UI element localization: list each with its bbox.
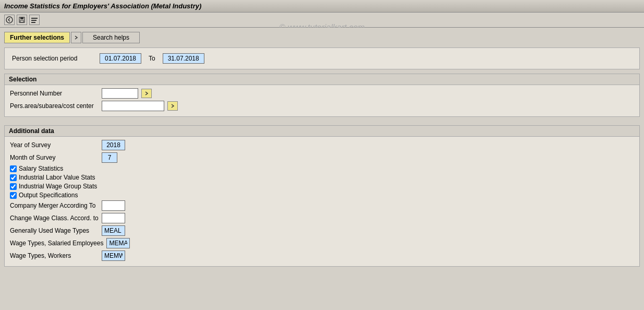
wage-workers-input[interactable]: [102, 251, 125, 261]
change-wage-input[interactable]: [102, 213, 125, 223]
salary-stats-checkbox[interactable]: [10, 165, 17, 172]
additional-data-content: Year of Survey Month of Survey Salary St…: [5, 137, 639, 266]
window-title: Income Statistics for Employers' Associa…: [4, 2, 201, 10]
additional-data-header: Additional data: [5, 126, 639, 137]
selection-section: Selection Personnel Number Pers.area/sub…: [4, 74, 640, 117]
industrial-labor-label: Industrial Labor Value Stats: [19, 174, 95, 181]
find-icon[interactable]: [29, 15, 40, 25]
generally-used-row: Generally Used Wage Types: [10, 225, 634, 236]
salary-stats-row: Salary Statistics: [10, 165, 634, 172]
selection-header: Selection: [5, 74, 639, 85]
pers-area-arrow-btn[interactable]: [167, 101, 178, 111]
company-merger-row: Company Merger According To: [10, 200, 634, 211]
industrial-wage-label: Industrial Wage Group Stats: [19, 183, 97, 190]
generally-used-label: Generally Used Wage Types: [10, 227, 99, 234]
svg-rect-6: [31, 22, 35, 23]
output-specs-row: Output Specifications: [10, 192, 634, 199]
month-of-survey-input[interactable]: [102, 152, 117, 163]
to-label: To: [149, 55, 155, 62]
industrial-labor-row: Industrial Labor Value Stats: [10, 174, 634, 181]
pers-area-row: Pers.area/subarea/cost center: [10, 101, 634, 111]
svg-rect-4: [31, 18, 38, 19]
search-helps-tab[interactable]: Search helps: [82, 32, 140, 43]
period-label: Person selection period: [12, 55, 95, 62]
wage-salaried-label: Wage Types, Salaried Employees: [10, 240, 103, 247]
title-bar: Income Statistics for Employers' Associa…: [0, 0, 644, 13]
personnel-number-input[interactable]: [102, 88, 138, 99]
generally-used-input[interactable]: [102, 225, 125, 236]
wage-workers-row: Wage Types, Workers: [10, 251, 634, 261]
period-to-input[interactable]: [163, 53, 204, 64]
svg-rect-5: [31, 20, 37, 21]
tab-arrow-icon[interactable]: [71, 32, 81, 43]
personnel-number-label: Personnel Number: [10, 90, 99, 97]
month-of-survey-label: Month of Survey: [10, 154, 99, 161]
personnel-number-arrow-btn[interactable]: [141, 89, 152, 98]
year-of-survey-input[interactable]: [102, 140, 125, 150]
further-selections-tab[interactable]: Further selections: [4, 32, 70, 43]
output-specs-label: Output Specifications: [19, 192, 78, 199]
year-of-survey-label: Year of Survey: [10, 141, 99, 149]
industrial-wage-row: Industrial Wage Group Stats: [10, 183, 634, 190]
pers-area-input[interactable]: [102, 101, 164, 111]
company-merger-input[interactable]: [102, 200, 125, 211]
change-wage-row: Change Wage Class. Accord. to: [10, 213, 634, 223]
toolbar: [0, 13, 644, 28]
selection-content: Personnel Number Pers.area/subarea/cost …: [5, 85, 639, 116]
company-merger-label: Company Merger According To: [10, 202, 99, 209]
wage-workers-label: Wage Types, Workers: [10, 252, 99, 259]
industrial-wage-checkbox[interactable]: [10, 183, 17, 190]
salary-stats-label: Salary Statistics: [19, 165, 63, 172]
period-box: Person selection period To: [4, 47, 640, 69]
wage-salaried-input[interactable]: [106, 238, 130, 248]
month-of-survey-row: Month of Survey: [10, 152, 634, 163]
tab-row: Further selections Search helps: [4, 32, 640, 43]
save-icon[interactable]: [17, 15, 27, 25]
period-from-input[interactable]: [100, 53, 141, 64]
svg-point-0: [6, 17, 13, 23]
year-of-survey-row: Year of Survey: [10, 140, 634, 150]
output-specs-checkbox[interactable]: [10, 192, 17, 199]
svg-rect-2: [20, 17, 23, 19]
additional-data-section: Additional data Year of Survey Month of …: [4, 125, 640, 267]
back-icon[interactable]: [4, 15, 15, 25]
wage-salaried-row: Wage Types, Salaried Employees: [10, 238, 634, 248]
pers-area-label: Pers.area/subarea/cost center: [10, 102, 99, 110]
main-content: Further selections Search helps Person s…: [0, 28, 644, 275]
industrial-labor-checkbox[interactable]: [10, 174, 17, 181]
personnel-number-row: Personnel Number: [10, 88, 634, 99]
change-wage-label: Change Wage Class. Accord. to: [10, 214, 99, 222]
